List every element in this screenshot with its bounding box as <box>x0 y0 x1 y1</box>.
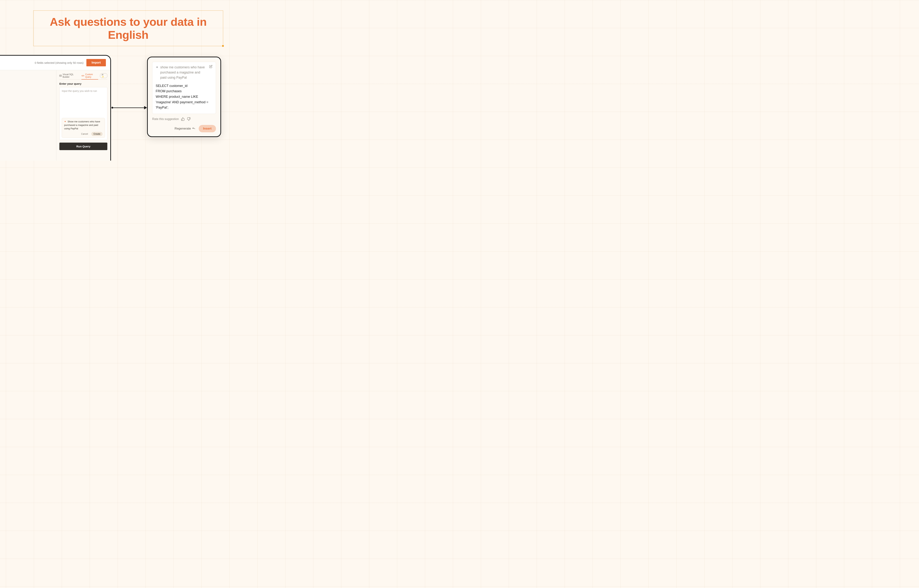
prompt-block: ✦ show me customers who have purchased a… <box>152 62 216 114</box>
tab-visual-label: Visual SQL Builder <box>63 73 79 78</box>
query-placeholder: Input the query you wish to run <box>62 89 105 92</box>
left-gutter <box>0 70 57 161</box>
ai-result-card: ✦ show me customers who have purchased a… <box>147 57 221 137</box>
rate-row: Rate this suggestion <box>152 117 216 121</box>
query-input-box[interactable]: Input the query you wish to run ✦ Show m… <box>59 87 107 140</box>
rate-label: Rate this suggestion <box>152 118 179 121</box>
ai-pill-label: AI ✨ <box>102 74 106 78</box>
enter-query-heading: Enter your query <box>59 82 107 85</box>
ai-pill[interactable]: AI ✨ <box>100 73 107 78</box>
prompt-text: show me customers who have purchased a m… <box>160 65 207 80</box>
query-pane: Visual SQL Builder </> Custom Query AI ✨… <box>57 70 110 161</box>
arrow-head-icon <box>144 106 147 109</box>
fields-selected-status: 0 fields selected (showing only 50 rows) <box>35 61 84 64</box>
result-actions: Regenerate Insert <box>152 125 216 132</box>
query-builder-window: 0 fields selected (showing only 50 rows)… <box>0 55 111 161</box>
sparkle-icon: ✦ <box>156 65 158 69</box>
sparkle-icon: ✦ <box>64 120 66 123</box>
tab-custom-query[interactable]: </> Custom Query <box>81 73 98 78</box>
tab-custom-label: Custom Query <box>85 73 98 78</box>
suggestion-actions: Cancel Create <box>64 132 103 136</box>
tab-visual-sql[interactable]: Visual SQL Builder <box>59 73 79 78</box>
suggestion-text: Show me customers who have purchased a m… <box>64 120 100 130</box>
import-button[interactable]: Import <box>86 59 106 66</box>
edit-icon[interactable] <box>209 65 212 68</box>
run-query-button[interactable]: Run Query <box>59 142 107 150</box>
generated-sql: SELECT customer_id FROM purchases WHERE … <box>156 83 212 110</box>
insert-button[interactable]: Insert <box>199 125 216 132</box>
thumbs-up-icon[interactable] <box>181 117 185 121</box>
headline-banner: Ask questions to your data in English <box>33 10 223 46</box>
prompt-row: ✦ show me customers who have purchased a… <box>156 65 212 80</box>
create-button[interactable]: Create <box>91 132 103 136</box>
cancel-button[interactable]: Cancel <box>79 132 90 136</box>
ai-suggestion-card: ✦ Show me customers who have purchased a… <box>62 118 105 137</box>
selection-handle-icon <box>222 45 224 47</box>
headline-text: Ask questions to your data in English <box>41 15 216 42</box>
code-icon: </> <box>81 74 84 77</box>
regenerate-button[interactable]: Regenerate <box>174 127 195 131</box>
query-tabs: Visual SQL Builder </> Custom Query AI ✨ <box>59 73 107 79</box>
topbar: 0 fields selected (showing only 50 rows)… <box>0 56 110 69</box>
regenerate-label: Regenerate <box>174 127 191 131</box>
workspace: Visual SQL Builder </> Custom Query AI ✨… <box>0 70 110 161</box>
query-empty-space <box>62 92 105 118</box>
thumbs-down-icon[interactable] <box>187 117 191 121</box>
background-grid <box>0 0 919 588</box>
undo-icon <box>192 127 195 130</box>
table-icon <box>59 75 62 77</box>
arrow-line <box>113 108 144 108</box>
flow-arrow <box>111 106 147 110</box>
